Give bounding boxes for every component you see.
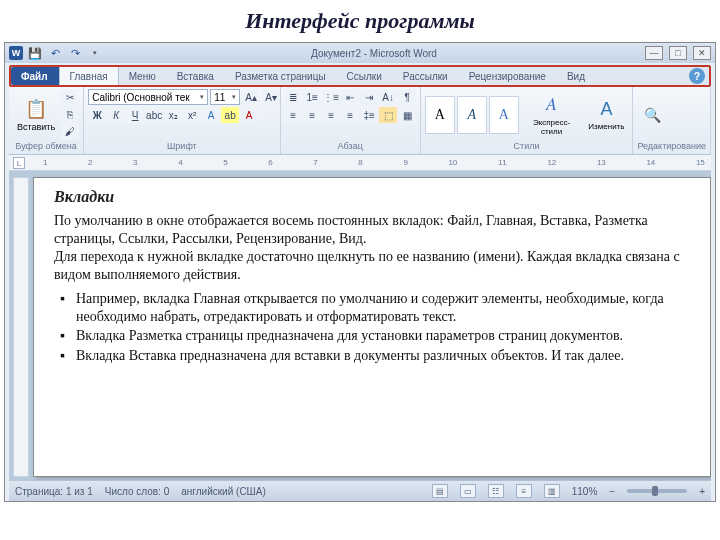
align-right-icon[interactable]: ≡ xyxy=(322,107,340,123)
quick-styles-button[interactable]: 𝐴 Экспресс-стили xyxy=(521,92,583,138)
tab-menu[interactable]: Меню xyxy=(119,67,167,85)
zoom-slider[interactable] xyxy=(627,489,687,493)
grow-font-icon[interactable]: A▴ xyxy=(242,89,260,105)
view-web-icon[interactable]: ☷ xyxy=(488,484,504,498)
status-bar: Страница: 1 из 1 Число слов: 0 английски… xyxy=(9,481,711,501)
close-button[interactable]: ✕ xyxy=(693,46,711,60)
paste-icon: 📋 xyxy=(25,98,47,120)
bold-icon[interactable]: Ж xyxy=(88,107,106,123)
show-marks-icon[interactable]: ¶ xyxy=(398,89,416,105)
font-size-select[interactable]: 11▾ xyxy=(210,89,240,105)
change-styles-icon: A xyxy=(595,98,617,120)
undo-icon[interactable]: ↶ xyxy=(47,45,63,61)
group-paragraph: ≣ 1≡ ⋮≡ ⇤ ⇥ A↓ ¶ ≡ ≡ ≡ ≡ ‡≡ ⬚ ▦ xyxy=(281,87,421,154)
redo-icon[interactable]: ↷ xyxy=(67,45,83,61)
ribbon-tabs: Файл Главная Меню Вставка Разметка стран… xyxy=(9,65,711,87)
tab-insert[interactable]: Вставка xyxy=(167,67,225,85)
doc-paragraph-2: Для перехода к нужной вкладке достаточно… xyxy=(54,248,690,284)
help-icon[interactable]: ? xyxy=(689,68,705,84)
subscript-icon[interactable]: x₂ xyxy=(164,107,182,123)
qat-dropdown-icon[interactable]: ▾ xyxy=(87,45,103,61)
ribbon: 📋 Вставить ✂ ⎘ 🖌 Буфер обмена Calibri (О… xyxy=(9,87,711,155)
change-styles-button[interactable]: A Изменить xyxy=(584,96,628,133)
highlight-icon[interactable]: ab xyxy=(221,107,239,123)
view-outline-icon[interactable]: ≡ xyxy=(516,484,532,498)
multilevel-icon[interactable]: ⋮≡ xyxy=(322,89,340,105)
quick-access-toolbar: W 💾 ↶ ↷ ▾ xyxy=(9,45,103,61)
find-button[interactable]: 🔍 xyxy=(637,102,667,128)
zoom-out-button[interactable]: − xyxy=(609,486,615,497)
align-left-icon[interactable]: ≡ xyxy=(284,107,302,123)
window-controls: — □ ✕ xyxy=(645,46,711,60)
status-word-count[interactable]: Число слов: 0 xyxy=(105,486,169,497)
paste-label: Вставить xyxy=(17,122,55,132)
window-title: Документ2 - Microsoft Word xyxy=(103,48,645,59)
italic-icon[interactable]: К xyxy=(107,107,125,123)
clipboard-group-label: Буфер обмена xyxy=(13,140,79,152)
maximize-button[interactable]: □ xyxy=(669,46,687,60)
superscript-icon[interactable]: x² xyxy=(183,107,201,123)
strike-icon[interactable]: abc xyxy=(145,107,163,123)
ruler-ticks: 123456789101112131415 xyxy=(37,158,711,167)
minimize-button[interactable]: — xyxy=(645,46,663,60)
paste-button[interactable]: 📋 Вставить xyxy=(13,96,59,134)
shading-icon[interactable]: ⬚ xyxy=(379,107,397,123)
font-group-label: Шрифт xyxy=(88,140,276,152)
tab-mailings[interactable]: Рассылки xyxy=(393,67,459,85)
doc-bullet-3: Вкладка Вставка предназначена для вставк… xyxy=(76,347,690,365)
tab-page-layout[interactable]: Разметка страницы xyxy=(225,67,337,85)
decrease-indent-icon[interactable]: ⇤ xyxy=(341,89,359,105)
word-app-icon: W xyxy=(9,46,23,60)
styles-group-label: Стили xyxy=(425,140,629,152)
tab-selector[interactable]: L xyxy=(13,157,25,169)
cut-icon[interactable]: ✂ xyxy=(61,90,79,106)
shrink-font-icon[interactable]: A▾ xyxy=(262,89,280,105)
sort-icon[interactable]: A↓ xyxy=(379,89,397,105)
doc-heading: Вкладки xyxy=(54,188,690,206)
zoom-level[interactable]: 110% xyxy=(572,486,598,497)
doc-bullet-2: Вкладка Разметка страницы предназначена … xyxy=(76,327,690,345)
styles-gallery[interactable]: A A A xyxy=(425,96,519,134)
group-font: Calibri (Основной тек▾ 11▾ A▴ A▾ Ж К Ч a… xyxy=(84,87,281,154)
editing-group-label: Редактирование xyxy=(637,140,706,152)
font-color-icon[interactable]: A xyxy=(240,107,258,123)
quick-styles-icon: 𝐴 xyxy=(541,94,563,116)
copy-icon[interactable]: ⎘ xyxy=(61,107,79,123)
document-area: Вкладки По умолчанию в окне отображается… xyxy=(9,171,711,481)
view-print-layout-icon[interactable]: ▤ xyxy=(432,484,448,498)
font-name-select[interactable]: Calibri (Основной тек▾ xyxy=(88,89,208,105)
underline-icon[interactable]: Ч xyxy=(126,107,144,123)
justify-icon[interactable]: ≡ xyxy=(341,107,359,123)
zoom-in-button[interactable]: + xyxy=(699,486,705,497)
bullets-icon[interactable]: ≣ xyxy=(284,89,302,105)
paragraph-group-label: Абзац xyxy=(285,140,416,152)
numbering-icon[interactable]: 1≡ xyxy=(303,89,321,105)
tab-references[interactable]: Ссылки xyxy=(337,67,393,85)
horizontal-ruler[interactable]: L 123456789101112131415 xyxy=(9,155,711,171)
word-app-window: W 💾 ↶ ↷ ▾ Документ2 - Microsoft Word — □… xyxy=(4,42,716,502)
titlebar: W 💾 ↶ ↷ ▾ Документ2 - Microsoft Word — □… xyxy=(5,43,715,63)
text-effects-icon[interactable]: A xyxy=(202,107,220,123)
slide-title: Интерфейс программы xyxy=(0,0,720,42)
view-fullscreen-icon[interactable]: ▭ xyxy=(460,484,476,498)
borders-icon[interactable]: ▦ xyxy=(398,107,416,123)
group-editing: 🔍 Редактирование xyxy=(633,87,711,154)
status-language[interactable]: английский (США) xyxy=(181,486,266,497)
tab-home[interactable]: Главная xyxy=(59,67,119,85)
vertical-ruler[interactable] xyxy=(13,177,29,477)
doc-paragraph-1: По умолчанию в окне отображается восемь … xyxy=(54,212,690,248)
status-page[interactable]: Страница: 1 из 1 xyxy=(15,486,93,497)
save-icon[interactable]: 💾 xyxy=(27,45,43,61)
tab-view[interactable]: Вид xyxy=(557,67,596,85)
group-clipboard: 📋 Вставить ✂ ⎘ 🖌 Буфер обмена xyxy=(9,87,84,154)
format-painter-icon[interactable]: 🖌 xyxy=(61,124,79,140)
document-page[interactable]: Вкладки По умолчанию в окне отображается… xyxy=(33,177,711,477)
group-styles: A A A 𝐴 Экспресс-стили A Изменить Стили xyxy=(421,87,634,154)
view-draft-icon[interactable]: ▥ xyxy=(544,484,560,498)
tab-review[interactable]: Рецензирование xyxy=(459,67,557,85)
increase-indent-icon[interactable]: ⇥ xyxy=(360,89,378,105)
tab-file[interactable]: Файл xyxy=(11,67,59,85)
line-spacing-icon[interactable]: ‡≡ xyxy=(360,107,378,123)
find-icon: 🔍 xyxy=(641,104,663,126)
align-center-icon[interactable]: ≡ xyxy=(303,107,321,123)
